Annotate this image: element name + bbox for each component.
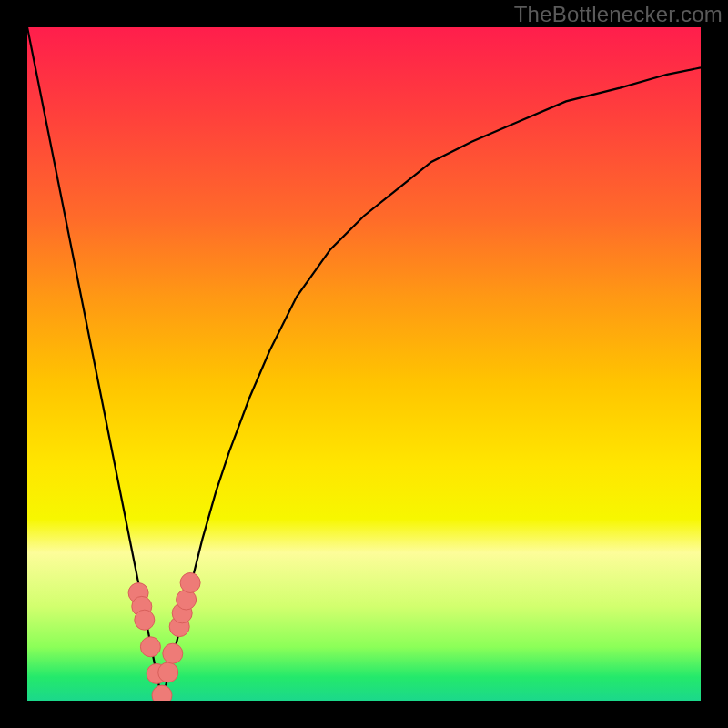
data-marker <box>158 662 178 682</box>
data-marker <box>180 573 200 593</box>
data-marker <box>140 637 160 657</box>
chart-svg <box>27 27 701 701</box>
data-marker <box>152 685 172 701</box>
chart-frame: TheBottlenecker.com <box>0 0 728 728</box>
data-marker <box>163 643 183 663</box>
heatmap-background <box>27 27 701 701</box>
watermark-text: TheBottlenecker.com <box>514 2 723 27</box>
bottleneck-curve <box>27 27 701 701</box>
data-markers <box>128 573 200 702</box>
data-marker <box>135 610 155 630</box>
